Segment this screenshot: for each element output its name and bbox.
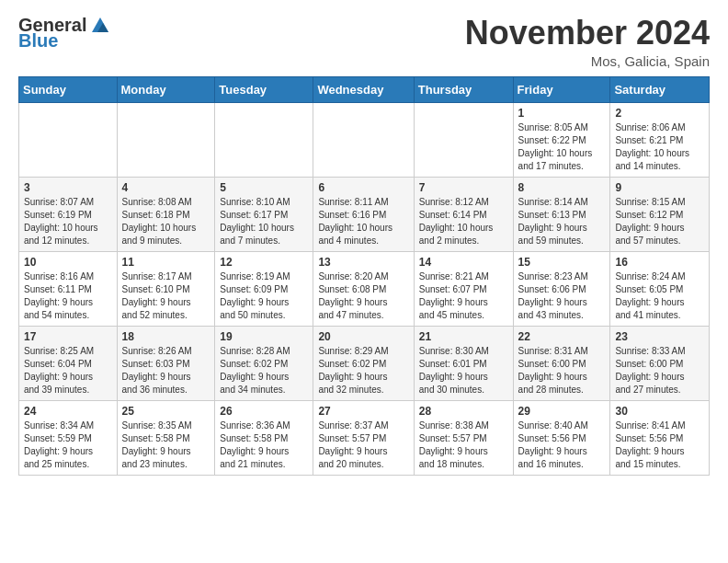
day-info: Sunrise: 8:17 AM Sunset: 6:10 PM Dayligh… [122,270,210,322]
location: Mos, Galicia, Spain [465,53,710,69]
calendar-day-cell: 28Sunrise: 8:38 AM Sunset: 5:57 PM Dayli… [414,400,513,475]
calendar-week-row: 1Sunrise: 8:05 AM Sunset: 6:22 PM Daylig… [19,102,710,177]
day-number: 13 [318,256,408,269]
day-number: 14 [419,256,508,269]
calendar-day-cell: 17Sunrise: 8:25 AM Sunset: 6:04 PM Dayli… [19,326,118,400]
day-of-week-header: Sunday [19,76,118,102]
day-number: 10 [24,256,112,269]
day-info: Sunrise: 8:28 AM Sunset: 6:02 PM Dayligh… [220,345,308,396]
calendar-week-row: 10Sunrise: 8:16 AM Sunset: 6:11 PM Dayli… [19,251,710,326]
day-info: Sunrise: 8:11 AM Sunset: 6:16 PM Dayligh… [318,196,408,247]
day-info: Sunrise: 8:38 AM Sunset: 5:57 PM Dayligh… [419,419,508,471]
day-number: 29 [518,405,606,418]
calendar-day-cell: 15Sunrise: 8:23 AM Sunset: 6:06 PM Dayli… [513,251,610,326]
calendar-day-cell: 9Sunrise: 8:15 AM Sunset: 6:12 PM Daylig… [610,177,710,251]
day-number: 28 [419,405,508,418]
day-number: 20 [318,330,408,343]
calendar: SundayMondayTuesdayWednesdayThursdayFrid… [18,76,710,476]
day-number: 11 [122,256,210,269]
calendar-day-cell [215,102,313,177]
calendar-day-cell: 1Sunrise: 8:05 AM Sunset: 6:22 PM Daylig… [513,102,610,177]
calendar-week-row: 17Sunrise: 8:25 AM Sunset: 6:04 PM Dayli… [19,326,710,400]
day-of-week-header: Tuesday [215,76,313,102]
day-info: Sunrise: 8:37 AM Sunset: 5:57 PM Dayligh… [318,419,408,471]
day-number: 26 [220,405,308,418]
day-number: 8 [518,181,606,194]
calendar-day-cell: 13Sunrise: 8:20 AM Sunset: 6:08 PM Dayli… [313,251,414,326]
day-number: 19 [220,330,308,343]
day-number: 7 [419,181,508,194]
calendar-day-cell: 27Sunrise: 8:37 AM Sunset: 5:57 PM Dayli… [313,400,414,475]
day-number: 15 [518,256,606,269]
day-info: Sunrise: 8:21 AM Sunset: 6:07 PM Dayligh… [419,270,508,322]
calendar-day-cell [313,102,414,177]
day-info: Sunrise: 8:25 AM Sunset: 6:04 PM Dayligh… [24,345,112,396]
day-number: 22 [518,330,606,343]
calendar-day-cell [19,102,118,177]
calendar-day-cell: 8Sunrise: 8:14 AM Sunset: 6:13 PM Daylig… [513,177,610,251]
day-number: 23 [615,330,704,343]
calendar-day-cell: 7Sunrise: 8:12 AM Sunset: 6:14 PM Daylig… [414,177,513,251]
day-info: Sunrise: 8:31 AM Sunset: 6:00 PM Dayligh… [518,345,606,396]
day-number: 2 [615,107,704,120]
day-number: 4 [122,181,210,194]
calendar-day-cell: 26Sunrise: 8:36 AM Sunset: 5:58 PM Dayli… [215,400,313,475]
header: General Blue November 2024 Mos, Galicia,… [18,15,710,69]
day-number: 5 [220,181,308,194]
calendar-day-cell: 30Sunrise: 8:41 AM Sunset: 5:56 PM Dayli… [610,400,710,475]
calendar-day-cell: 6Sunrise: 8:11 AM Sunset: 6:16 PM Daylig… [313,177,414,251]
calendar-week-row: 3Sunrise: 8:07 AM Sunset: 6:19 PM Daylig… [19,177,710,251]
day-of-week-header: Friday [513,76,610,102]
day-info: Sunrise: 8:07 AM Sunset: 6:19 PM Dayligh… [24,196,112,247]
calendar-day-cell: 29Sunrise: 8:40 AM Sunset: 5:56 PM Dayli… [513,400,610,475]
day-info: Sunrise: 8:15 AM Sunset: 6:12 PM Dayligh… [615,196,704,247]
day-info: Sunrise: 8:12 AM Sunset: 6:14 PM Dayligh… [419,196,508,247]
logo: General Blue [18,15,110,52]
calendar-day-cell: 3Sunrise: 8:07 AM Sunset: 6:19 PM Daylig… [19,177,118,251]
day-info: Sunrise: 8:10 AM Sunset: 6:17 PM Dayligh… [220,196,308,247]
day-info: Sunrise: 8:34 AM Sunset: 5:59 PM Dayligh… [24,419,112,471]
day-info: Sunrise: 8:41 AM Sunset: 5:56 PM Dayligh… [615,419,704,471]
day-of-week-header: Wednesday [313,76,414,102]
day-number: 30 [615,405,704,418]
calendar-day-cell: 19Sunrise: 8:28 AM Sunset: 6:02 PM Dayli… [215,326,313,400]
calendar-day-cell: 5Sunrise: 8:10 AM Sunset: 6:17 PM Daylig… [215,177,313,251]
day-info: Sunrise: 8:20 AM Sunset: 6:08 PM Dayligh… [318,270,408,322]
day-number: 27 [318,405,408,418]
calendar-day-cell: 18Sunrise: 8:26 AM Sunset: 6:03 PM Dayli… [117,326,215,400]
calendar-day-cell: 4Sunrise: 8:08 AM Sunset: 6:18 PM Daylig… [117,177,215,251]
day-info: Sunrise: 8:23 AM Sunset: 6:06 PM Dayligh… [518,270,606,322]
month-title: November 2024 [465,15,710,52]
day-info: Sunrise: 8:29 AM Sunset: 6:02 PM Dayligh… [318,345,408,396]
calendar-day-cell [414,102,513,177]
calendar-day-cell: 16Sunrise: 8:24 AM Sunset: 6:05 PM Dayli… [610,251,710,326]
calendar-day-cell: 25Sunrise: 8:35 AM Sunset: 5:58 PM Dayli… [117,400,215,475]
day-number: 17 [24,330,112,343]
calendar-day-cell: 12Sunrise: 8:19 AM Sunset: 6:09 PM Dayli… [215,251,313,326]
calendar-day-cell: 10Sunrise: 8:16 AM Sunset: 6:11 PM Dayli… [19,251,118,326]
day-info: Sunrise: 8:36 AM Sunset: 5:58 PM Dayligh… [220,419,308,471]
calendar-header-row: SundayMondayTuesdayWednesdayThursdayFrid… [19,76,710,102]
calendar-day-cell: 2Sunrise: 8:06 AM Sunset: 6:21 PM Daylig… [610,102,710,177]
day-number: 9 [615,181,704,194]
day-of-week-header: Thursday [414,76,513,102]
day-number: 3 [24,181,112,194]
calendar-day-cell: 24Sunrise: 8:34 AM Sunset: 5:59 PM Dayli… [19,400,118,475]
day-info: Sunrise: 8:16 AM Sunset: 6:11 PM Dayligh… [24,270,112,322]
day-info: Sunrise: 8:24 AM Sunset: 6:05 PM Dayligh… [615,270,704,322]
calendar-day-cell: 11Sunrise: 8:17 AM Sunset: 6:10 PM Dayli… [117,251,215,326]
logo-icon [90,16,110,36]
day-number: 21 [419,330,508,343]
day-of-week-header: Monday [117,76,215,102]
day-number: 25 [122,405,210,418]
page: General Blue November 2024 Mos, Galicia,… [0,0,728,494]
day-number: 6 [318,181,408,194]
day-info: Sunrise: 8:14 AM Sunset: 6:13 PM Dayligh… [518,196,606,247]
day-info: Sunrise: 8:35 AM Sunset: 5:58 PM Dayligh… [122,419,210,471]
day-info: Sunrise: 8:08 AM Sunset: 6:18 PM Dayligh… [122,196,210,247]
logo-blue-text: Blue [18,30,58,52]
calendar-day-cell: 14Sunrise: 8:21 AM Sunset: 6:07 PM Dayli… [414,251,513,326]
day-info: Sunrise: 8:40 AM Sunset: 5:56 PM Dayligh… [518,419,606,471]
day-info: Sunrise: 8:33 AM Sunset: 6:00 PM Dayligh… [615,345,704,396]
day-number: 1 [518,107,606,120]
